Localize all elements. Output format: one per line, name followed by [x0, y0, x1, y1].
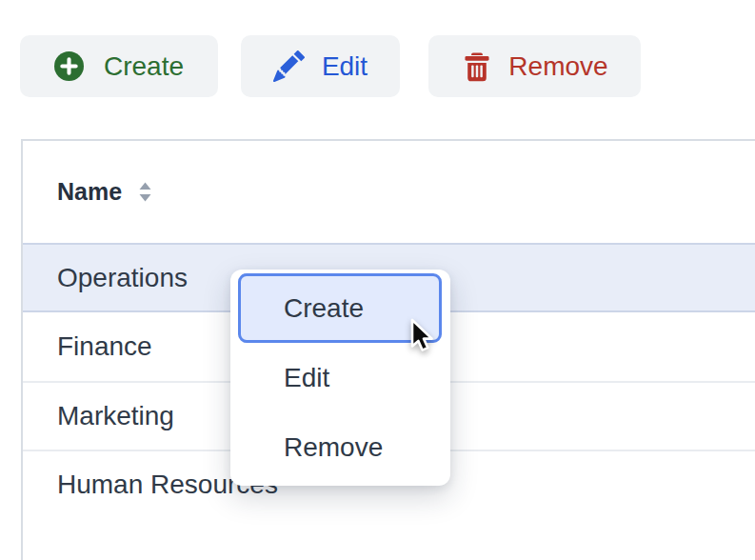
pencil-icon [273, 50, 305, 82]
create-button-label: Create [104, 51, 184, 82]
remove-button-label: Remove [508, 51, 607, 82]
context-menu-item-edit[interactable]: Edit [238, 343, 442, 412]
context-menu-item-create[interactable]: Create [238, 273, 442, 343]
table-header: Name [23, 141, 755, 243]
sort-arrows-icon[interactable] [136, 181, 154, 203]
create-button[interactable]: Create [20, 35, 218, 97]
context-menu-item-label: Edit [284, 363, 329, 393]
remove-button[interactable]: Remove [428, 35, 641, 97]
table-cell-name: Finance [57, 331, 152, 362]
table-cell-name: Marketing [57, 401, 174, 431]
context-menu-item-label: Remove [284, 432, 383, 463]
column-header-label: Name [57, 178, 122, 206]
trash-icon [461, 50, 493, 83]
plus-circle-icon [54, 51, 84, 81]
table-cell-name: Operations [57, 263, 188, 293]
context-menu-item-remove[interactable]: Remove [238, 412, 442, 482]
edit-button-label: Edit [322, 51, 368, 82]
edit-button[interactable]: Edit [241, 35, 400, 97]
column-header-name[interactable]: Name [57, 178, 154, 206]
context-menu-item-label: Create [284, 293, 364, 324]
context-menu: Create Edit Remove [230, 270, 450, 486]
